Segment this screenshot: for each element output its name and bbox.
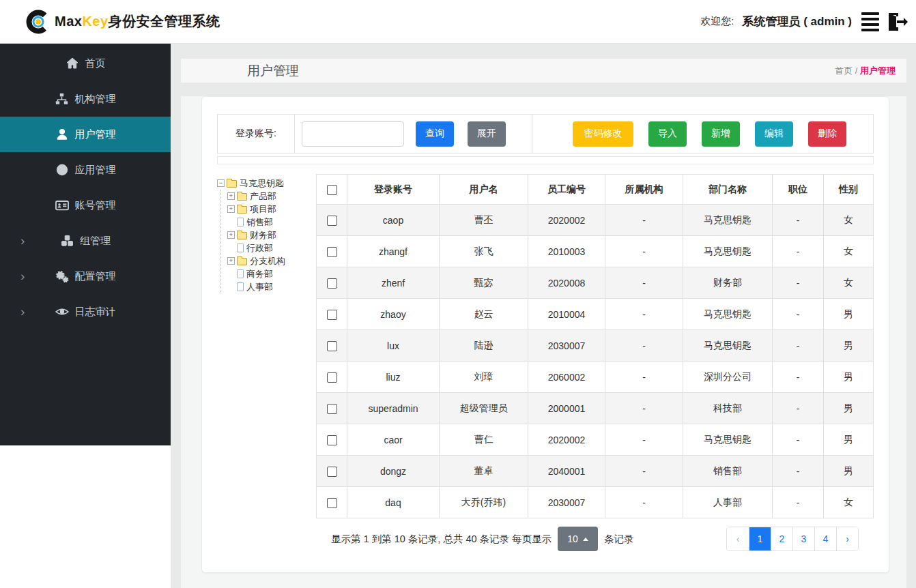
table-row[interactable]: zhenf甄宓 2020008- 财务部- 女: [317, 267, 874, 299]
home-icon: [66, 57, 79, 70]
row-checkbox[interactable]: [327, 247, 337, 257]
change-password-button[interactable]: 密码修改: [573, 121, 633, 147]
per-page-select[interactable]: 10: [558, 527, 598, 551]
add-button[interactable]: 新增: [702, 121, 740, 147]
sidebar-item-home[interactable]: 首页: [0, 46, 171, 81]
tree-node-label: 财务部: [250, 229, 276, 241]
row-checkbox[interactable]: [327, 467, 337, 477]
expand-plus-icon[interactable]: +: [227, 257, 235, 265]
row-checkbox[interactable]: [327, 278, 337, 289]
table-row[interactable]: daq大乔(乔玮) 2030007- 人事部- 女: [317, 487, 874, 518]
sidebar-item-org[interactable]: 机构管理: [0, 81, 171, 117]
tree-node[interactable]: 销售部: [227, 216, 316, 229]
tree-node[interactable]: 商务部: [227, 267, 316, 280]
table-row[interactable]: zhangf张飞 2010003- 马克思钥匙- 女: [317, 236, 874, 267]
select-all-checkbox[interactable]: [327, 185, 337, 195]
delete-button[interactable]: 删除: [808, 121, 846, 147]
content-area: 用户管理 首页 / 用户管理 登录账号: 查询 展开 密码修改 导入 新增 编辑…: [171, 44, 916, 588]
menu-list-icon[interactable]: [861, 12, 882, 31]
tree-node-label: 项目部: [250, 203, 276, 216]
sidebar-item-label: 组管理: [80, 235, 111, 248]
row-checkbox[interactable]: [327, 341, 337, 351]
sidebar-item-label: 首页: [85, 57, 106, 70]
table-row[interactable]: caop曹丕 2020002- 马克思钥匙- 女: [317, 205, 874, 236]
tree-node[interactable]: + 产品部: [227, 190, 316, 203]
table-row[interactable]: liuz刘璋 2060002- 深圳分公司- 男: [317, 362, 874, 393]
sidebar-item-accounts[interactable]: 账号管理: [0, 188, 171, 223]
query-button[interactable]: 查询: [416, 121, 454, 147]
row-checkbox[interactable]: [327, 310, 337, 320]
page-button-2[interactable]: 2: [771, 527, 792, 550]
sidebar-item-apps[interactable]: 应用管理: [0, 152, 171, 188]
sidebar-item-audit[interactable]: › 日志审计: [0, 294, 171, 329]
header-right: 欢迎您: 系统管理员 ( admin ): [700, 11, 909, 33]
summary-prefix: 显示第 1 到第 10 条记录, 总共 40 条记录 每页显示: [331, 533, 552, 546]
folder-icon: [237, 193, 247, 201]
search-toolbar: 登录账号: 查询 展开 密码修改 导入 新增 编辑 删除: [217, 114, 874, 153]
tree-node[interactable]: + 财务部: [227, 229, 316, 241]
collapse-minus-icon[interactable]: −: [217, 179, 225, 187]
col-header-login: 登录账号: [347, 175, 440, 205]
expand-plus-icon[interactable]: +: [227, 205, 235, 213]
tree-node[interactable]: 人事部: [227, 280, 316, 293]
file-icon: [237, 244, 244, 252]
page-button-3[interactable]: 3: [792, 527, 814, 550]
tree-children: + 产品部 + 项目部 销售部: [220, 190, 316, 293]
sidebar-item-users[interactable]: 用户管理: [0, 117, 171, 152]
table-row[interactable]: lux陆逊 2030007- 马克思钥匙- 男: [317, 330, 874, 362]
login-account-input[interactable]: [302, 121, 404, 147]
top-header: MaxKey身份安全管理系统 欢迎您: 系统管理员 ( admin ): [0, 0, 916, 44]
tree-node-label: 商务部: [246, 268, 273, 280]
page-header-bar: 用户管理 首页 / 用户管理: [181, 59, 906, 83]
expand-button[interactable]: 展开: [468, 121, 506, 147]
sidebar-item-label: 配置管理: [75, 270, 116, 283]
chevron-right-icon: ›: [20, 234, 25, 247]
page-selector: ‹ 1 2 3 4 ›: [726, 527, 859, 551]
pagination-bar: 显示第 1 到第 10 条记录, 总共 40 条记录 每页显示 10 条记录 ‹…: [331, 527, 859, 551]
table-row[interactable]: caor曹仁 2020002- 马克思钥匙- 男: [317, 424, 874, 456]
page-button-1[interactable]: 1: [749, 527, 771, 550]
logout-icon[interactable]: [885, 11, 908, 33]
tree-node-label: 马克思钥匙: [240, 177, 284, 190]
row-checkbox[interactable]: [327, 216, 337, 226]
file-icon: [237, 282, 244, 291]
sidebar-item-label: 用户管理: [75, 128, 116, 141]
tree-node-root[interactable]: − 马克思钥匙: [217, 177, 316, 190]
file-icon: [237, 218, 244, 226]
file-icon: [237, 269, 244, 278]
sidebar-item-groups[interactable]: › 组管理: [0, 223, 171, 259]
tree-node[interactable]: + 项目部: [227, 203, 316, 216]
col-header-position: 职位: [773, 175, 824, 205]
breadcrumb-current: 用户管理: [860, 65, 896, 76]
table-row[interactable]: superadmin超级管理员 2000001- 科技部- 男: [317, 393, 874, 424]
page-button-4[interactable]: 4: [814, 527, 836, 550]
users-table-wrap: 登录账号 用户名 员工编号 所属机构 部门名称 职位 性别: [316, 174, 874, 551]
folder-icon: [237, 258, 247, 265]
edit-button[interactable]: 编辑: [755, 121, 793, 147]
login-account-label: 登录账号:: [218, 115, 295, 153]
maxkey-logo-icon: [25, 8, 52, 35]
row-checkbox[interactable]: [327, 498, 337, 508]
sidebar-item-label: 日志审计: [75, 306, 116, 319]
sidebar-item-config[interactable]: › 配置管理: [0, 259, 171, 294]
row-checkbox[interactable]: [327, 404, 337, 414]
breadcrumb-home[interactable]: 首页: [835, 65, 853, 76]
tree-node[interactable]: + 分支机构: [227, 254, 316, 267]
sidebar-item-label: 账号管理: [75, 199, 116, 212]
import-button[interactable]: 导入: [648, 121, 687, 147]
table-row[interactable]: zhaoy赵云 2010004- 马克思钥匙- 男: [317, 299, 874, 330]
brand-logo[interactable]: MaxKey身份安全管理系统: [25, 8, 220, 35]
expand-plus-icon[interactable]: +: [227, 231, 235, 239]
tree-node[interactable]: 行政部: [227, 241, 316, 254]
table-row[interactable]: dongz董卓 2040001- 销售部- 男: [317, 456, 874, 487]
org-tree: − 马克思钥匙 + 产品部 + 项目部: [217, 174, 316, 551]
row-checkbox[interactable]: [327, 372, 337, 383]
tree-node-label: 产品部: [250, 190, 276, 203]
expand-plus-icon[interactable]: +: [227, 192, 235, 200]
chevron-right-icon: ›: [20, 305, 25, 318]
row-checkbox[interactable]: [327, 435, 337, 445]
content-panel: 登录账号: 查询 展开 密码修改 导入 新增 编辑 删除 −: [181, 96, 906, 588]
id-card-icon: [55, 199, 69, 212]
prev-page-button[interactable]: ‹: [727, 527, 749, 550]
next-page-button[interactable]: ›: [836, 527, 858, 550]
